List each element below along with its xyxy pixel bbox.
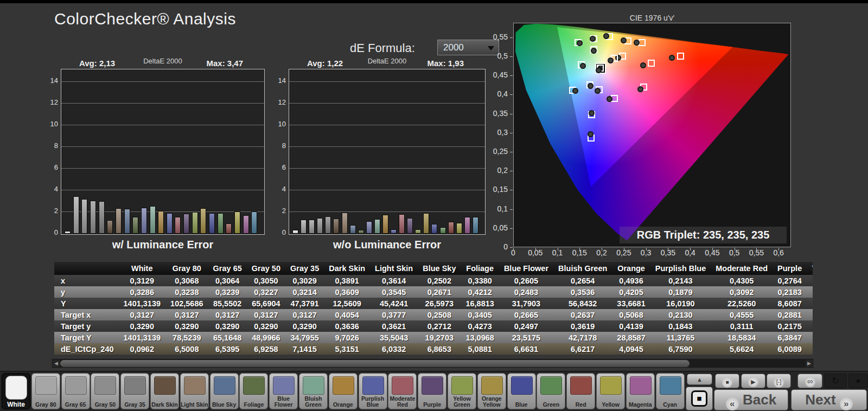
target-marker-red bbox=[677, 53, 684, 60]
patch-button-blue-sky[interactable]: Blue Sky bbox=[210, 373, 239, 409]
table-cell: 56,8432 bbox=[553, 298, 612, 309]
patch-button-orange-yellow[interactable]: Orange Yellow bbox=[477, 373, 506, 409]
patch-button-gray-80[interactable]: Gray 80 bbox=[31, 373, 60, 409]
table-scrollbar[interactable]: ◀ ▶ bbox=[52, 358, 814, 368]
row-header: x bbox=[54, 275, 119, 286]
patch-button-blue-flower[interactable]: Blue Flower bbox=[269, 373, 298, 409]
patch-button-magenta[interactable]: Magenta bbox=[626, 373, 655, 409]
measured-marker-moderate-red bbox=[640, 62, 646, 68]
table-cell: 0,3405 bbox=[461, 309, 499, 320]
cie-y-tick: 0,35 bbox=[487, 109, 508, 118]
patch-swatch-foliage bbox=[243, 376, 265, 395]
continuous-measure-button[interactable]: ∞ bbox=[797, 374, 822, 388]
table-cell: 0,4139 bbox=[612, 320, 650, 332]
gridline bbox=[61, 125, 264, 125]
table-cell: 6,0089 bbox=[773, 343, 807, 355]
table-cell: 7,1415 bbox=[285, 343, 324, 355]
table-cell: 53,6067 bbox=[807, 298, 813, 309]
stop-button[interactable]: ■ bbox=[715, 374, 739, 388]
cie-x-tickmark bbox=[690, 248, 691, 251]
bar-green bbox=[218, 213, 224, 234]
measured-marker-orange bbox=[634, 40, 640, 46]
table-cell: 23,5175 bbox=[499, 332, 553, 343]
table-cell: 0,3029 bbox=[285, 275, 324, 286]
patch-swatch-gray-80 bbox=[35, 376, 57, 395]
bar-orange-yellow bbox=[200, 208, 206, 234]
table-cell: 6,7590 bbox=[650, 343, 711, 355]
bar-cyan bbox=[251, 211, 257, 234]
patch-button-purple[interactable]: Purple bbox=[418, 373, 446, 409]
gridline bbox=[61, 103, 264, 104]
patch-button-green[interactable]: Green bbox=[537, 373, 565, 409]
y-axis-tick: 10 bbox=[271, 120, 286, 128]
patch-button-gray-35[interactable]: Gray 35 bbox=[120, 373, 149, 409]
back-chevron-icon: « bbox=[726, 397, 739, 410]
record-button-disabled[interactable]: ● bbox=[848, 374, 868, 388]
cie-y-tickmark bbox=[510, 133, 513, 133]
column-header: Blue Sky bbox=[418, 262, 461, 275]
play-button[interactable]: ▶ bbox=[741, 374, 765, 388]
table-cell: 5,0881 bbox=[461, 343, 499, 355]
bar-orange bbox=[158, 211, 164, 234]
patch-toolbar: WhiteGray 80Gray 65Gray 50Gray 35Dark Sk… bbox=[0, 371, 868, 411]
table-cell: 0,3777 bbox=[370, 309, 418, 320]
patch-button-yellow[interactable]: Yellow bbox=[596, 373, 625, 409]
pattern-size-button[interactable]: [-] bbox=[767, 374, 791, 388]
row-header: dE_ICtCp_240 bbox=[54, 343, 119, 355]
table-cell: 6,6631 bbox=[499, 343, 553, 355]
patch-button-foliage[interactable]: Foliage bbox=[239, 373, 268, 409]
table-cell: 0,5000 bbox=[807, 286, 813, 298]
patch-button-cyan[interactable]: Cyan bbox=[656, 373, 685, 409]
table-cell: 0,3238 bbox=[165, 286, 208, 298]
table-cell: 6,6217 bbox=[553, 343, 612, 355]
next-button[interactable]: Next » bbox=[791, 389, 867, 410]
patch-swatch-dark-skin bbox=[154, 376, 176, 395]
table-cell: 0,4936 bbox=[612, 275, 650, 286]
patch-button-orange[interactable]: Orange bbox=[329, 373, 358, 409]
patch-label: Gray 80 bbox=[32, 402, 60, 408]
cie-y-tick: 0 bbox=[487, 242, 508, 251]
bar-red bbox=[226, 223, 232, 234]
scrollbar-thumb[interactable] bbox=[60, 360, 690, 367]
patch-button-yellow-green[interactable]: Yellow Green bbox=[448, 373, 476, 409]
table-cell: 0,3891 bbox=[324, 275, 370, 286]
page-title: ColorChecker® Analysis bbox=[54, 10, 236, 28]
cie-x-tickmark bbox=[558, 248, 558, 251]
scroll-right-icon[interactable]: ▶ bbox=[806, 360, 813, 367]
bar-moderate-red bbox=[399, 214, 405, 234]
bar-gray-50 bbox=[317, 218, 323, 234]
patch-button-blue[interactable]: Blue bbox=[507, 373, 536, 409]
table-cell: 0,3286 bbox=[119, 286, 166, 298]
patch-button-red[interactable]: Red bbox=[566, 373, 595, 409]
measured-marker-green bbox=[577, 40, 583, 46]
patch-button-gray-50[interactable]: Gray 50 bbox=[91, 373, 119, 409]
table-cell: 22,5260 bbox=[711, 298, 773, 309]
patch-button-gray-65[interactable]: Gray 65 bbox=[61, 373, 90, 409]
patch-button-purplish-blue[interactable]: Purplish Blue bbox=[359, 373, 387, 409]
patch-label: Moderate Red bbox=[388, 396, 416, 408]
table-cell: 0,4205 bbox=[612, 286, 650, 298]
collapse-button[interactable]: ▲ bbox=[687, 374, 712, 385]
table-cell: 6,8653 bbox=[418, 343, 461, 355]
patch-button-moderate-red[interactable]: Moderate Red bbox=[388, 373, 417, 409]
patch-label: Blue Flower bbox=[270, 396, 297, 408]
table-cell: 0,3619 bbox=[553, 320, 612, 332]
cie-x-tickmark bbox=[602, 248, 602, 251]
cie-y-tickmark bbox=[510, 171, 513, 171]
patch-button-bluish-green[interactable]: Bluish Green bbox=[299, 373, 328, 409]
patch-button-dark-skin[interactable]: Dark Skin bbox=[150, 373, 179, 409]
table-cell: 0,2654 bbox=[553, 275, 612, 286]
table-row: y0,32860,32380,32390,32270,32140,36090,3… bbox=[54, 286, 813, 298]
scroll-left-icon[interactable]: ◀ bbox=[53, 360, 60, 367]
table-cell: 6,5395 bbox=[208, 343, 247, 355]
column-header: Bluish Green bbox=[553, 262, 612, 275]
cie-y-tick: 0,45 bbox=[487, 70, 508, 79]
back-button[interactable]: « Back bbox=[714, 389, 788, 410]
pattern-window-button[interactable]: ■ bbox=[686, 387, 713, 410]
play-icon: ▶ bbox=[748, 377, 758, 387]
sync-button-disabled[interactable]: ↻ bbox=[824, 374, 847, 388]
patch-button-light-skin[interactable]: Light Skin bbox=[180, 373, 209, 409]
chart-without-luminance-error: 02468101214 bbox=[289, 69, 486, 235]
patch-button-white[interactable]: White bbox=[2, 373, 30, 409]
patch-label: Bluish Green bbox=[299, 396, 327, 408]
